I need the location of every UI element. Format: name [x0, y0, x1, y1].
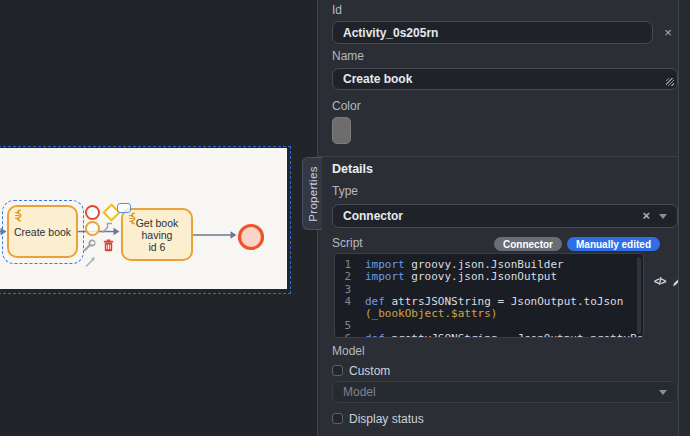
append-task-icon[interactable] — [117, 203, 131, 213]
code-view-icon[interactable]: </> — [654, 276, 665, 287]
task-label: Create book — [14, 226, 71, 238]
properties-tab-label: Properties — [307, 166, 319, 221]
custom-checkbox-label: Custom — [349, 364, 390, 378]
code-line: 6def prettyJSONString = JsonOutput.prett… — [337, 333, 643, 338]
append-intermediate-event-icon[interactable] — [85, 221, 100, 236]
model-heading: Model — [332, 344, 365, 358]
connect-arrow-icon[interactable] — [84, 255, 97, 268]
display-status-label: Display status — [349, 412, 424, 426]
type-select[interactable]: Connector × — [332, 204, 678, 228]
script-editor-lines: 1import groovy.json.JsonBuilder2import g… — [337, 259, 643, 338]
color-swatch[interactable] — [332, 117, 351, 144]
script-task-icon — [12, 209, 24, 224]
connector-badge: Connector — [494, 237, 562, 251]
editor-scrollbar[interactable] — [637, 257, 641, 334]
text-annotation-icon[interactable] — [101, 222, 113, 234]
properties-tab[interactable]: Properties — [302, 157, 322, 230]
id-input[interactable]: Activity_0s205rn — [332, 21, 653, 44]
color-label: Color — [332, 99, 361, 113]
end-event — [240, 226, 263, 249]
script-editor[interactable]: 1import groovy.json.JsonBuilder2import g… — [334, 253, 644, 338]
clear-type-icon[interactable]: × — [642, 209, 650, 223]
code-line: 2import groovy.json.JsonOutput — [337, 271, 643, 283]
name-label: Name — [332, 49, 364, 63]
display-status-checkbox[interactable] — [332, 413, 343, 424]
script-badges: Connector Manually edited — [494, 237, 660, 251]
task-get-book[interactable]: Get book having id 6 — [121, 208, 193, 261]
details-heading: Details — [332, 162, 373, 176]
panel-scrollbar[interactable] — [678, 0, 690, 436]
script-label: Script — [332, 236, 363, 250]
type-label: Type — [332, 184, 358, 198]
custom-checkbox[interactable] — [332, 365, 343, 376]
trash-icon[interactable] — [103, 239, 114, 252]
name-textarea[interactable]: Create book — [332, 68, 678, 90]
append-end-event-icon[interactable] — [85, 205, 100, 220]
model-select[interactable]: Model — [332, 381, 678, 403]
script-task-icon — [126, 212, 138, 227]
manually-edited-badge: Manually edited — [567, 237, 660, 251]
properties-panel: Id Activity_0s205rn × Name Create book C… — [317, 0, 678, 436]
clear-id-icon[interactable]: × — [661, 26, 675, 40]
wrench-icon[interactable] — [83, 239, 96, 252]
code-line: (_bookObject.$attrs) — [337, 308, 643, 320]
id-label: Id — [332, 3, 342, 17]
task-create-book[interactable]: Create book — [7, 205, 78, 258]
resize-handle-icon[interactable] — [666, 78, 674, 86]
chevron-down-icon[interactable] — [659, 390, 667, 395]
section-divider — [318, 156, 679, 157]
bpmn-editor-app: Create book Get book having id 6 — [0, 0, 690, 436]
chevron-down-icon[interactable] — [659, 214, 667, 219]
